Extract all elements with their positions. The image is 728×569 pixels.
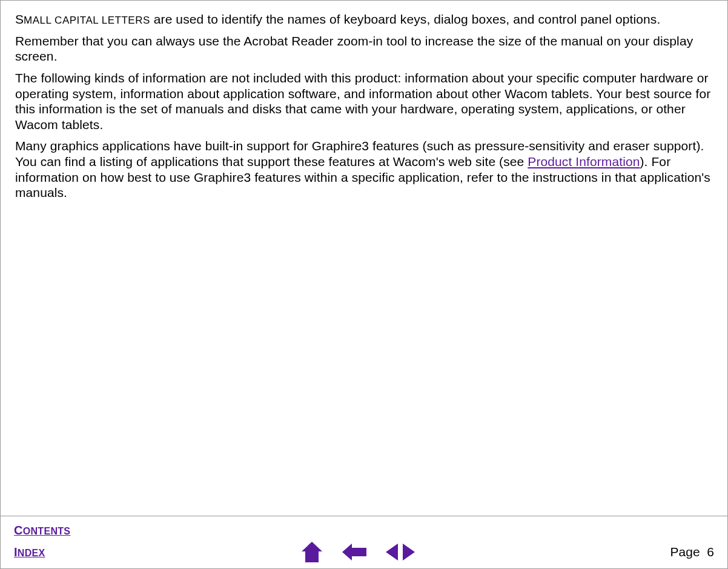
contents-rest: ONTENTS xyxy=(23,526,71,536)
paragraph-3: The following kinds of information are n… xyxy=(15,70,713,132)
paragraph-1: SMALL CAPITAL LETTERS are used to identi… xyxy=(15,12,713,27)
contents-first-letter: C xyxy=(14,524,23,537)
page-number-label: Page 6 xyxy=(670,545,714,559)
content-area: SMALL CAPITAL LETTERS are used to identi… xyxy=(1,1,727,516)
contents-link[interactable]: CONTENTS xyxy=(14,524,70,537)
home-icon[interactable] xyxy=(300,541,324,564)
back-arrow-icon[interactable] xyxy=(341,542,368,562)
footer-row-1: CONTENTS xyxy=(14,520,714,541)
index-link[interactable]: INDEX xyxy=(14,545,45,559)
paragraph-4: Many graphics applications have built-in… xyxy=(15,138,713,200)
footer: CONTENTS INDEX xyxy=(1,516,727,568)
smallcaps-rest: MALL CAPITAL LETTERS xyxy=(24,15,150,26)
paragraph-2: Remember that you can always use the Acr… xyxy=(15,33,713,64)
prev-next-icon[interactable] xyxy=(385,542,416,562)
index-rest: NDEX xyxy=(18,548,45,558)
nav-icons xyxy=(45,541,670,564)
paragraph-1-tail: are used to identify the names of keyboa… xyxy=(150,12,661,26)
page-container: SMALL CAPITAL LETTERS are used to identi… xyxy=(0,0,728,569)
footer-row-2: INDEX xyxy=(14,541,714,564)
product-information-link[interactable]: Product Information xyxy=(528,155,640,168)
smallcaps-first-letter: S xyxy=(15,12,24,26)
